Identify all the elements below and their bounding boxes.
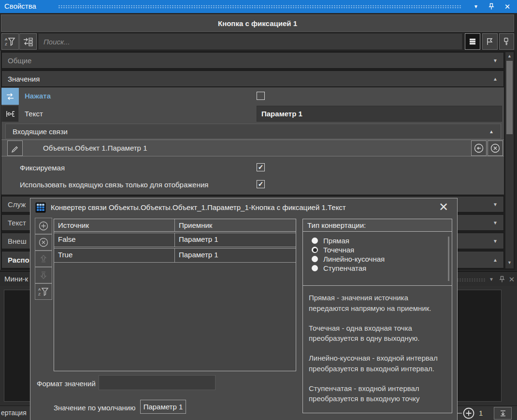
radio-option-lineyno-kusochnaya[interactable]: Линейно-кусочная	[312, 254, 452, 264]
object-title: Кнопка с фиксацией 1	[218, 19, 297, 28]
display-only-checkbox[interactable]: ✓	[257, 180, 265, 188]
scroll-down-icon: ▼	[507, 260, 512, 265]
flag-filter-button[interactable]	[482, 33, 498, 50]
radio-icon[interactable]	[312, 247, 318, 253]
receiver-cell[interactable]: Параметр 1	[175, 249, 296, 262]
edit-link-button[interactable]	[7, 140, 23, 156]
panel-menu-button[interactable]: ▼	[470, 0, 482, 13]
link-group-icon	[23, 37, 33, 46]
chevron-down-icon: ▼	[474, 4, 478, 9]
radio-icon[interactable]	[312, 238, 318, 244]
binding-indicator-button[interactable]	[1, 88, 19, 105]
zoom-in-icon	[462, 407, 475, 420]
latching-checkbox[interactable]: ✓	[257, 163, 265, 171]
subsection-header-incoming-links[interactable]: Входящие связи ▲	[5, 124, 501, 139]
default-value-button[interactable]: Параметр 1	[140, 400, 186, 414]
link-path-text: Объекты.Объект 1.Параметр 1	[43, 144, 147, 152]
format-input[interactable]	[99, 375, 215, 390]
description-text: Точечная - одна входная точка преобразуе…	[309, 323, 446, 344]
move-row-up-button[interactable]	[35, 251, 52, 267]
collapse-arrow-icon: ▼	[493, 220, 498, 225]
add-row-button[interactable]	[35, 218, 52, 234]
close-icon: ✕	[439, 200, 448, 214]
conversion-table: Источник Приемник False Параметр 1 True …	[54, 219, 296, 371]
key-filter-button[interactable]	[499, 33, 514, 50]
panel-close-button[interactable]: ✕	[501, 0, 514, 13]
section-label: Значения	[8, 75, 40, 83]
default-value-label: Значение по умолчанию	[54, 404, 135, 412]
dialog-close-button[interactable]: ✕	[437, 200, 450, 214]
add-circle-icon	[38, 221, 49, 231]
object-title-header: Кнопка с фиксацией 1	[1, 14, 514, 32]
search-box	[38, 33, 462, 50]
scroll-down-button[interactable]: ▼	[505, 259, 514, 266]
remove-link-button[interactable]	[488, 140, 503, 156]
section-label: Служ	[8, 200, 26, 209]
zoom-in-button[interactable]	[462, 407, 475, 420]
pin-button[interactable]	[485, 0, 498, 13]
pin-icon	[499, 276, 505, 283]
collapse-arrow-icon: ▼	[493, 58, 498, 63]
default-value-text: Параметр 1	[144, 403, 183, 411]
section-header-values[interactable]: Значения ▲	[1, 70, 504, 87]
radio-option-tochechnaya[interactable]: Точечная	[312, 245, 452, 254]
sort-rows-button[interactable]: A Z	[35, 283, 52, 300]
section-label: Общие	[8, 56, 31, 65]
minimap-close-button[interactable]: ✕	[505, 273, 517, 286]
source-cell[interactable]: True	[54, 249, 175, 262]
options-scrollbar-thumb[interactable]	[448, 237, 449, 281]
collapse-arrow-icon: ▲	[489, 129, 494, 134]
key-icon	[503, 37, 511, 46]
section-header-general[interactable]: Общие ▼	[1, 52, 504, 69]
delete-row-button[interactable]	[35, 234, 52, 251]
property-label-display-only: Использовать входящую связь только для о…	[20, 181, 208, 189]
link-converter-dialog: Конвертер связи Объекты.Объекты.Объект_1…	[30, 198, 458, 420]
undo-circle-icon	[474, 143, 484, 154]
text-binding-indicator[interactable]	[1, 105, 19, 122]
link-group-button[interactable]	[19, 33, 37, 50]
table-row[interactable]: False Параметр 1	[54, 233, 296, 247]
column-header-source[interactable]: Источник	[54, 219, 175, 231]
description-text: Линейно-кусочная - входной интервал прео…	[309, 353, 446, 374]
rows-view-button[interactable]	[465, 33, 480, 50]
delete-circle-icon	[38, 237, 49, 248]
collapse-down-icon	[499, 409, 507, 417]
column-header-receiver[interactable]: Приемник	[175, 219, 296, 231]
section-label: Внеш	[8, 237, 27, 245]
source-cell[interactable]: False	[54, 233, 175, 247]
move-up-icon	[39, 254, 48, 264]
revert-link-button[interactable]	[471, 140, 487, 156]
description-text: Ступенчатая - входной интервал преобразу…	[309, 383, 446, 405]
radio-option-stupenchataya[interactable]: Ступенчатая	[312, 264, 452, 273]
conversion-descriptions: Прямая - значения источника передаются н…	[303, 286, 452, 404]
scroll-up-button[interactable]: ▲	[505, 52, 514, 60]
collapse-arrow-icon: ▼	[493, 238, 498, 244]
properties-scrollbar[interactable]: ▲ ▼	[505, 52, 514, 268]
collapse-arrow-icon: ▲	[493, 76, 498, 82]
flag-icon	[486, 37, 494, 46]
properties-panel-titlebar: Свойства ▼ ✕	[0, 0, 517, 13]
text-value-input[interactable]	[257, 106, 502, 122]
zoom-slider-track[interactable]	[457, 413, 462, 414]
scrollbar-thumb[interactable]	[506, 61, 513, 134]
move-down-icon	[39, 270, 48, 280]
sort-filter-icon: A Z	[4, 36, 16, 47]
search-input[interactable]	[39, 34, 462, 49]
table-row[interactable]: True Параметр 1	[54, 248, 296, 263]
radio-option-pryamaya[interactable]: Прямая	[312, 236, 452, 245]
sort-filter-button[interactable]: A Z	[1, 33, 19, 50]
titlebar-drag-handle[interactable]	[58, 5, 461, 9]
pressed-checkbox[interactable]	[257, 92, 265, 100]
pin-icon	[488, 3, 495, 10]
tab-konvertatsiya-partial[interactable]: ертация	[1, 409, 27, 417]
binding-icon	[5, 92, 15, 101]
chevron-down-icon: ▼	[489, 277, 494, 282]
collapse-panel-button[interactable]	[494, 407, 512, 420]
radio-icon[interactable]	[312, 265, 318, 271]
zoom-value: 1	[479, 409, 483, 417]
radio-label: Прямая	[323, 237, 349, 245]
receiver-cell[interactable]: Параметр 1	[175, 233, 296, 247]
format-label: Формат значений	[37, 379, 96, 388]
radio-icon[interactable]	[312, 256, 318, 262]
move-row-down-button[interactable]	[35, 267, 52, 283]
